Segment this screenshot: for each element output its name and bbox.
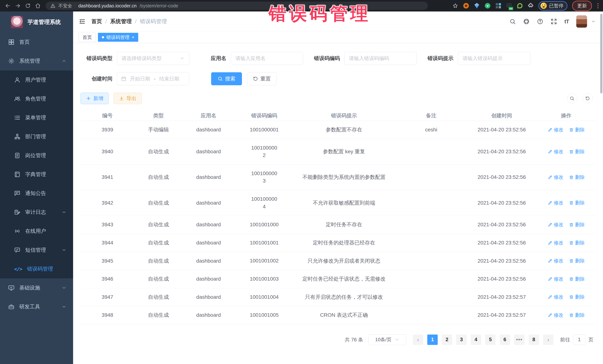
cell-code: 100100000 2 — [234, 144, 294, 159]
row-delete-button[interactable]: 删除 — [569, 312, 585, 318]
browser-reload-icon[interactable] — [24, 2, 32, 10]
font-size-icon[interactable]: tT — [564, 18, 569, 25]
row-delete-button[interactable]: 删除 — [569, 294, 585, 300]
github-icon[interactable] — [523, 18, 530, 25]
page-button-8[interactable]: 8 — [529, 334, 539, 345]
extension-on-badge-icon[interactable]: on — [506, 3, 512, 9]
create-time-label: 创建时间 — [81, 75, 117, 82]
sidebar-item-announcements[interactable]: 通知公告 — [0, 184, 73, 203]
sidebar-nav: 首页 系统管理 用户管理 角色管理 菜单管理 部门管理 — [0, 33, 73, 316]
row-delete-button[interactable]: 删除 — [569, 258, 585, 264]
sidebar-item-posts[interactable]: 岗位管理 — [0, 146, 73, 165]
tab-home[interactable]: 首页 — [79, 33, 96, 42]
sidebar-item-online-users[interactable]: 在线用户 — [0, 222, 73, 241]
tab-error-code[interactable]: 错误码管理 × — [98, 33, 138, 42]
avatar[interactable] — [576, 15, 587, 28]
row-delete-button[interactable]: 删除 — [569, 200, 585, 206]
more-pages-button[interactable]: ••• — [514, 334, 524, 345]
extension-green-v-icon[interactable]: v — [485, 3, 491, 9]
edit-icon — [548, 149, 552, 154]
cell-code: 1001001003 — [234, 275, 294, 283]
extension-key-icon[interactable] — [517, 3, 523, 9]
sidebar-item-departments[interactable]: 部门管理 — [0, 127, 73, 146]
row-delete-button[interactable]: 删除 — [569, 174, 585, 180]
row-delete-button[interactable]: 删除 — [569, 127, 585, 133]
plus-icon — [86, 96, 91, 101]
sidebar-item-infrastructure[interactable]: 基础设施 — [0, 278, 73, 297]
toggle-search-button[interactable] — [567, 93, 577, 103]
row-edit-button[interactable]: 修改 — [548, 240, 564, 246]
help-icon[interactable] — [537, 18, 543, 25]
scrollbar-thumb[interactable] — [600, 14, 603, 93]
page-button-2[interactable]: 2 — [442, 334, 452, 345]
sidebar-item-menus[interactable]: 菜单管理 — [0, 108, 73, 127]
date-range-picker[interactable]: 开始日期 - 结束日期 — [117, 72, 189, 85]
sidebar-item-audit-log[interactable]: 审计日志 — [0, 203, 73, 222]
bookmark-star-icon[interactable] — [452, 3, 458, 9]
col-header-time: 创建时间 — [468, 112, 535, 119]
chevron-down-icon — [62, 248, 66, 253]
row-delete-button[interactable]: 删除 — [569, 276, 585, 282]
sidebar-fold-icon[interactable] — [79, 18, 86, 25]
sidebar-item-users[interactable]: 用户管理 — [0, 70, 73, 89]
sidebar-item-error-code[interactable]: </> 错误码管理 — [0, 259, 73, 278]
close-icon[interactable]: × — [132, 35, 134, 39]
row-edit-button[interactable]: 修改 — [548, 312, 564, 318]
sidebar-logo-row[interactable]: 芋道管理系统 — [0, 11, 73, 33]
extension-gem-icon[interactable] — [474, 3, 480, 9]
browser-home-icon[interactable] — [34, 2, 42, 10]
user-menu-caret-icon[interactable] — [591, 19, 596, 24]
error-type-select[interactable]: 请选择错误码类型 — [117, 52, 189, 65]
row-edit-button[interactable]: 修改 — [548, 294, 564, 300]
row-edit-button[interactable]: 修改 — [548, 221, 564, 228]
breadcrumb-system[interactable]: 系统管理 — [110, 18, 132, 25]
prev-page-button[interactable]: ‹ — [413, 334, 423, 345]
row-edit-button[interactable]: 修改 — [548, 200, 564, 206]
goto-page-input[interactable] — [573, 334, 585, 345]
page-button-1[interactable]: 1 — [427, 334, 438, 345]
row-edit-button[interactable]: 修改 — [548, 148, 564, 155]
row-delete-button[interactable]: 删除 — [569, 221, 585, 228]
error-code-input[interactable] — [344, 52, 417, 65]
row-delete-button[interactable]: 删除 — [569, 148, 585, 155]
row-delete-button[interactable]: 删除 — [569, 240, 585, 246]
error-msg-input[interactable] — [458, 52, 530, 65]
sidebar-item-dev-tools[interactable]: 研发工具 — [0, 297, 73, 316]
sidebar-item-roles[interactable]: 角色管理 — [0, 89, 73, 108]
cell-time: 2021-04-20 23:52:57 — [468, 294, 535, 300]
browser-menu-icon[interactable] — [597, 2, 599, 9]
page-size-select[interactable]: 10条/页 — [368, 334, 406, 345]
search-icon[interactable] — [510, 18, 516, 25]
browser-update-button[interactable]: 更新 — [572, 1, 592, 11]
select-placeholder: 请选择错误码类型 — [122, 55, 162, 62]
row-edit-button[interactable]: 修改 — [548, 127, 564, 133]
breadcrumb-home[interactable]: 首页 — [91, 18, 102, 25]
search-button[interactable]: 搜索 — [211, 72, 242, 85]
browser-back-icon[interactable] — [4, 2, 12, 10]
fullscreen-icon[interactable] — [551, 18, 557, 25]
row-edit-button[interactable]: 修改 — [548, 276, 564, 282]
export-button[interactable]: 导出 — [114, 93, 142, 104]
app-name-input[interactable] — [231, 52, 303, 65]
sidebar-item-system[interactable]: 系统管理 — [0, 52, 73, 70]
table-row: 3948 自动生成 dashboard 1001001005 CRON 表达式不… — [81, 306, 596, 324]
page-button-6[interactable]: 6 — [500, 334, 510, 345]
page-button-4[interactable]: 4 — [471, 334, 481, 345]
reset-button[interactable]: 重置 — [247, 72, 277, 85]
sidebar-item-sms[interactable]: 短信管理 — [0, 241, 73, 259]
extensions-puzzle-icon[interactable] — [528, 3, 533, 9]
extension-grid-icon[interactable] — [495, 3, 501, 9]
refresh-table-button[interactable] — [583, 93, 593, 103]
extension-orange-icon[interactable] — [463, 3, 469, 9]
sidebar-item-home[interactable]: 首页 — [0, 33, 73, 52]
add-button[interactable]: 新增 — [81, 93, 109, 104]
table-row: 3947 自动生成 dashboard 1001001004 只有开启状态的任务… — [81, 288, 596, 306]
page-button-5[interactable]: 5 — [485, 334, 496, 345]
sidebar-item-dictionary[interactable]: 字典管理 — [0, 165, 73, 184]
profile-paused-badge[interactable]: 已暂停 — [538, 1, 567, 11]
page-button-3[interactable]: 3 — [456, 334, 467, 345]
row-edit-button[interactable]: 修改 — [548, 258, 564, 264]
browser-forward-icon[interactable] — [14, 2, 22, 10]
next-page-button[interactable]: › — [543, 334, 554, 345]
row-edit-button[interactable]: 修改 — [548, 174, 564, 180]
